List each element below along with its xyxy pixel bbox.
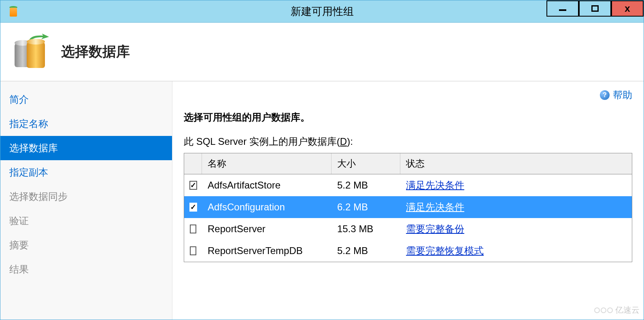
column-header-status[interactable]: 状态 (400, 153, 632, 174)
help-icon: ? (600, 90, 610, 100)
cell-size: 15.3 MB (332, 219, 400, 239)
sidebar-item-specify-name[interactable]: 指定名称 (0, 112, 172, 136)
table-row[interactable]: ReportServer 15.3 MB 需要完整备份 (184, 218, 632, 240)
cell-name: AdfsArtifactStore (202, 176, 332, 195)
wizard-window: 新建可用性组 x 选择数据库 简介 指定名称 选择数据库 指定副本 选择数据同步… (0, 0, 644, 320)
main-panel: ? 帮助 选择可用性组的用户数据库。 此 SQL Server 实例上的用户数据… (172, 81, 644, 320)
help-label: 帮助 (613, 89, 632, 102)
row-checkbox[interactable] (189, 203, 197, 212)
sidebar-item-label: 选择数据同步 (9, 191, 68, 202)
minimize-icon (559, 9, 566, 11)
table-row[interactable]: ReportServerTempDB 5.2 MB 需要完整恢复模式 (184, 240, 632, 262)
sidebar-item-label: 指定名称 (9, 118, 48, 129)
table-label: 此 SQL Server 实例上的用户数据库(D): (184, 135, 632, 148)
column-header-checkbox[interactable] (184, 153, 202, 174)
databases-table: 名称 大小 状态 AdfsArtifactStore 5.2 MB 满足先决条件… (184, 153, 632, 262)
sidebar-item-label: 选择数据库 (9, 142, 58, 153)
watermark: 亿速云 (594, 305, 640, 316)
app-icon (6, 5, 19, 17)
cell-size: 5.2 MB (332, 176, 400, 195)
help-link[interactable]: ? 帮助 (600, 89, 632, 102)
sidebar-item-label: 摘要 (9, 239, 29, 250)
titlebar: 新建可用性组 x (0, 0, 644, 23)
cell-size: 5.2 MB (332, 241, 400, 261)
sidebar-item-label: 验证 (9, 215, 29, 226)
table-row[interactable]: AdfsConfiguration 6.2 MB 满足先决条件 (184, 196, 632, 218)
table-header: 名称 大小 状态 (184, 153, 632, 174)
maximize-icon (591, 5, 599, 12)
cell-name: ReportServer (202, 219, 332, 239)
sidebar-item-intro[interactable]: 简介 (0, 87, 172, 112)
cell-name: ReportServerTempDB (202, 241, 332, 261)
cell-size: 6.2 MB (332, 197, 400, 217)
section-title: 选择可用性组的用户数据库。 (184, 111, 632, 124)
status-link[interactable]: 满足先决条件 (406, 180, 464, 191)
column-header-name[interactable]: 名称 (202, 153, 332, 174)
content-area: 简介 指定名称 选择数据库 指定副本 选择数据同步 验证 摘要 结果 ? 帮助 … (0, 81, 644, 320)
wizard-steps-sidebar: 简介 指定名称 选择数据库 指定副本 选择数据同步 验证 摘要 结果 (0, 81, 172, 320)
status-link[interactable]: 满足先决条件 (406, 201, 464, 212)
watermark-icon (594, 307, 613, 313)
row-checkbox[interactable] (189, 181, 197, 190)
window-title: 新建可用性组 (291, 4, 354, 19)
minimize-button[interactable] (546, 0, 579, 17)
close-button[interactable]: x (611, 0, 644, 17)
sidebar-item-label: 简介 (9, 94, 29, 105)
window-controls: x (546, 0, 644, 17)
database-group-icon (13, 36, 49, 68)
sidebar-item-label: 指定副本 (9, 167, 48, 178)
sidebar-item-results: 结果 (0, 257, 172, 282)
sidebar-item-summary: 摘要 (0, 233, 172, 257)
page-title: 选择数据库 (61, 42, 130, 61)
cell-name: AdfsConfiguration (202, 197, 332, 217)
maximize-button[interactable] (579, 0, 611, 17)
row-checkbox[interactable] (190, 225, 196, 233)
sidebar-item-validation: 验证 (0, 209, 172, 233)
table-row[interactable]: AdfsArtifactStore 5.2 MB 满足先决条件 (184, 174, 632, 196)
wizard-header: 选择数据库 (0, 23, 644, 81)
sidebar-item-specify-replicas[interactable]: 指定副本 (0, 160, 172, 184)
close-icon: x (625, 3, 630, 14)
sidebar-item-data-sync: 选择数据同步 (0, 184, 172, 209)
sidebar-item-select-databases[interactable]: 选择数据库 (0, 136, 172, 160)
row-checkbox[interactable] (190, 246, 196, 255)
watermark-text: 亿速云 (615, 305, 640, 316)
status-link[interactable]: 需要完整备份 (406, 223, 464, 234)
status-link[interactable]: 需要完整恢复模式 (406, 245, 484, 256)
column-header-size[interactable]: 大小 (332, 153, 400, 174)
sidebar-item-label: 结果 (9, 264, 29, 275)
